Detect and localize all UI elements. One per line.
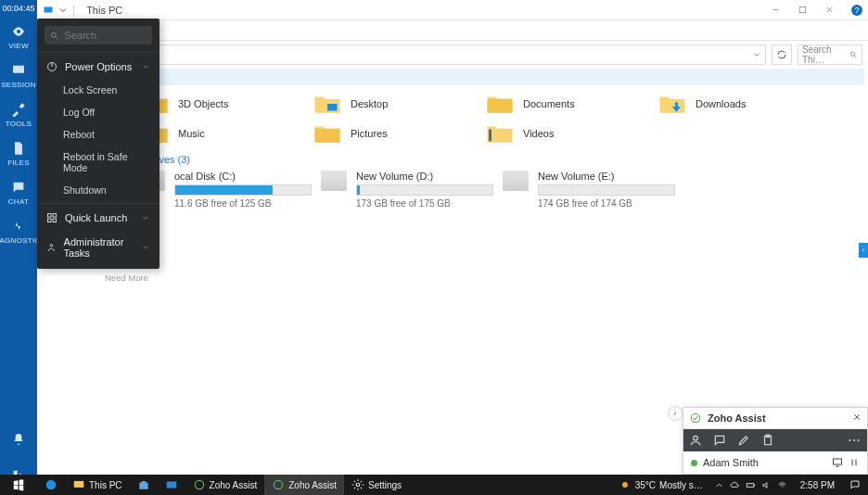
rail-item-chat[interactable]: CHAT (0, 172, 37, 211)
rail-label: TOOLS (6, 120, 32, 128)
panel-search[interactable] (45, 26, 152, 44)
pause-icon[interactable] (849, 457, 860, 468)
rail-item-diagnostics[interactable]: DIAGNOSTICS (0, 211, 37, 250)
taskbar-this-pc[interactable]: This PC (65, 475, 130, 495)
volume-icon[interactable] (761, 480, 772, 490)
chevron-right-icon (671, 410, 679, 417)
folder-item[interactable]: Documents (484, 89, 657, 119)
folder-item[interactable]: Desktop (312, 89, 484, 119)
za-expand-button[interactable] (668, 406, 683, 421)
start-button[interactable] (0, 475, 37, 495)
folder-item[interactable]: Downloads (657, 89, 829, 119)
power-item-shutdown[interactable]: Shutdown (37, 179, 160, 201)
power-options-section[interactable]: Power Options (37, 55, 160, 79)
folder-label: Videos (523, 128, 554, 139)
svg-point-23 (622, 482, 628, 488)
user-icon[interactable] (689, 434, 702, 447)
side-flyout-handle[interactable] (859, 243, 868, 258)
taskbar-zoho2[interactable]: Zoho Assist (264, 475, 344, 495)
monitor-icon (11, 63, 26, 78)
rail-item-session[interactable]: SESSION (0, 56, 37, 95)
rail-item-files[interactable]: FILES (0, 133, 37, 172)
drive-item[interactable]: New Volume (E:)174 GB free of 174 GB (503, 171, 675, 209)
drive-usage-bar (356, 184, 493, 196)
chevron-down-icon (142, 243, 150, 252)
cloud-icon[interactable] (730, 480, 740, 490)
folder-item[interactable]: Pictures (312, 119, 484, 148)
svg-rect-7 (45, 6, 53, 12)
taskbar-mail[interactable] (158, 475, 185, 495)
monitor-icon[interactable] (832, 457, 843, 468)
drive-name: New Volume (E:) (538, 171, 675, 182)
chat-icon[interactable] (713, 434, 726, 447)
devices-header[interactable]: d drives (3) (139, 154, 859, 165)
wifi-icon[interactable] (777, 480, 787, 490)
rail-label: CHAT (8, 197, 29, 206)
weather-text: Mostly s… (659, 480, 703, 490)
close-button[interactable] (824, 5, 835, 15)
panel-search-input[interactable] (64, 30, 147, 41)
drives-row: ocal Disk (C:)11.6 GB free of 125 GBNew … (46, 171, 859, 209)
taskbar-edge[interactable] (37, 475, 65, 495)
power-item-logoff[interactable]: Log Off (37, 101, 160, 123)
sun-icon (619, 478, 632, 491)
power-item-reboot[interactable]: Reboot (37, 123, 160, 146)
refresh-button[interactable] (772, 44, 792, 65)
pc-icon (43, 5, 54, 16)
chevron-down-icon[interactable] (57, 5, 69, 16)
folder-item[interactable]: Music (139, 119, 312, 148)
za-more-button[interactable]: ⋯ (848, 433, 862, 448)
power-item-lock[interactable]: Lock Screen (37, 79, 160, 101)
taskbar-clock[interactable]: 2:58 PM (793, 480, 842, 490)
folder-icon (486, 122, 514, 145)
taskbar-settings[interactable]: Settings (344, 475, 409, 495)
rail-item-view[interactable]: VIEW (0, 17, 37, 56)
rail-item-tools[interactable]: TOOLS (0, 95, 37, 133)
admin-tasks-label: Administrator Tasks (64, 236, 143, 259)
rail-label: FILES (7, 159, 30, 167)
folder-item[interactable]: Videos (484, 119, 657, 148)
zoho-icon (272, 478, 285, 491)
explorer-search[interactable]: Search Thi… (798, 44, 862, 65)
address-bar-row: Search Thi… (37, 41, 868, 69)
power-icon (46, 61, 57, 72)
taskbar-weather[interactable]: 35°C Mostly s… (613, 478, 708, 491)
clipboard-icon[interactable] (761, 434, 774, 447)
edge-icon (45, 478, 57, 491)
drive-free-label: 173 GB free of 175 GB (356, 198, 493, 209)
folder-item[interactable]: 3D Objects (139, 89, 312, 119)
notifications-button[interactable] (11, 423, 26, 459)
edit-icon[interactable] (737, 434, 750, 447)
taskbar-store[interactable] (130, 475, 158, 495)
za-user-row[interactable]: Adam Smith (683, 451, 867, 474)
drive-item[interactable]: New Volume (D:)173 GB free of 175 GB (321, 171, 493, 209)
system-tray[interactable] (708, 480, 793, 490)
rail-label: SESSION (1, 81, 36, 89)
minimize-button[interactable] (771, 5, 781, 15)
maximize-button[interactable] (798, 5, 808, 15)
drive-item[interactable]: ocal Disk (C:)11.6 GB free of 125 GB (139, 171, 312, 209)
session-timer: 00:04:45 (0, 0, 37, 17)
drive-name: ocal Disk (C:) (174, 171, 312, 182)
folder-icon (313, 122, 341, 145)
admin-tasks-section[interactable]: Administrator Tasks (37, 230, 160, 265)
gear-icon (351, 478, 364, 491)
search-icon (50, 31, 58, 41)
taskbar-action-center[interactable] (842, 475, 868, 495)
svg-point-9 (851, 52, 855, 56)
za-close-button[interactable] (852, 412, 862, 425)
battery-icon[interactable] (746, 480, 756, 490)
help-button[interactable]: ? (851, 5, 862, 16)
taskbar-zoho1[interactable]: Zoho Assist (185, 475, 265, 495)
svg-rect-5 (53, 219, 57, 222)
chevron-down-icon (141, 62, 150, 71)
need-more-link[interactable]: Need More (37, 265, 160, 290)
zoho-icon (193, 478, 206, 491)
chevron-up-icon[interactable] (714, 480, 724, 490)
quick-launch-section[interactable]: Quick Launch (37, 206, 160, 230)
power-item-safemode[interactable]: Reboot in Safe Mode (37, 146, 160, 179)
folder-label: Documents (523, 98, 575, 109)
power-options-label: Power Options (65, 61, 132, 72)
za-user-name: Adam Smith (703, 457, 759, 468)
chevron-down-icon[interactable] (752, 50, 761, 59)
